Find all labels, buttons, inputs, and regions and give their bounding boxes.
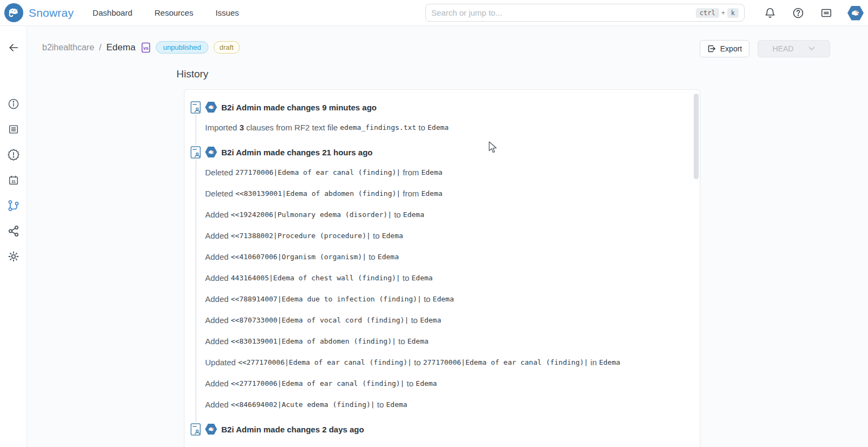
code-segment: Edema	[433, 295, 454, 303]
text-segment: to	[371, 231, 382, 240]
text-segment: to	[422, 294, 433, 304]
code-segment: Edema	[599, 358, 620, 366]
status-badge-draft: draft	[214, 41, 240, 54]
text-segment: Deleted	[205, 168, 235, 177]
changeset-document-icon	[190, 145, 201, 160]
code-segment: Edema	[428, 123, 449, 132]
kbd-k: k	[727, 8, 739, 18]
code-segment: Edema	[416, 379, 437, 387]
calendar-icon[interactable]: 31	[0, 167, 27, 193]
snowray-logo-icon	[4, 3, 23, 22]
entry-details: Deleted 277170006|Edema of ear canal (fi…	[190, 162, 700, 415]
text-segment: to	[375, 400, 386, 409]
code-segment: <<277170006|Edema of ear canal (finding)…	[231, 379, 405, 387]
kbd-ctrl: ctrl	[696, 8, 719, 18]
main-nav: Dashboard Resources Issues	[93, 8, 239, 17]
breadcrumb-parent[interactable]: b2ihealthcare	[42, 43, 94, 52]
text-segment: to	[409, 315, 420, 325]
page-title: History	[176, 68, 208, 80]
chevron-down-icon	[808, 47, 815, 51]
code-segment: <<788914007|Edema due to infection (find…	[231, 295, 422, 303]
text-segment: 3	[239, 123, 244, 132]
code-segment: Edema	[382, 232, 403, 240]
history-entry-header: B2i Admin made changes 2 days ago	[190, 423, 700, 436]
nav-dashboard[interactable]: Dashboard	[93, 8, 132, 17]
app-logo[interactable]: Snowray	[4, 3, 74, 22]
history-detail-line: Imported 3 clauses from RF2 text file ed…	[205, 117, 700, 138]
share-icon[interactable]	[0, 218, 27, 244]
global-search[interactable]: ctrl + k	[425, 4, 745, 22]
text-segment: Added	[205, 252, 231, 261]
text-segment: Added	[205, 210, 231, 219]
notifications-bell-icon[interactable]	[763, 6, 777, 20]
history-entries: B2i Admin made changes 9 minutes ago Imp…	[185, 90, 700, 436]
author-avatar	[205, 147, 217, 157]
code-segment: Edema	[421, 168, 442, 176]
author-avatar	[205, 102, 217, 113]
history-entry: B2i Admin made changes 9 minutes ago Imp…	[190, 101, 700, 138]
history-entry: B2i Admin made changes 2 days ago	[190, 423, 700, 436]
code-segment: Edema	[378, 253, 399, 261]
history-entry: B2i Admin made changes 21 hours ago Dele…	[190, 146, 700, 415]
issues-badge-icon[interactable]	[0, 142, 27, 167]
history-detail-line: Added <<846694002|Acute edema (finding)|…	[205, 394, 700, 415]
settings-gear-icon[interactable]	[0, 244, 27, 269]
text-segment: to	[392, 210, 403, 219]
help-icon[interactable]	[791, 6, 805, 20]
text-segment: to	[412, 358, 423, 367]
text-segment: Deleted	[205, 189, 235, 198]
nav-resources[interactable]: Resources	[155, 8, 194, 17]
code-segment: Edema	[403, 211, 424, 219]
entry-details: Imported 3 clauses from RF2 text file ed…	[190, 117, 700, 138]
code-segment: Edema	[386, 400, 407, 409]
code-segment: 277170006|Edema of ear canal (finding)|	[235, 168, 400, 176]
history-entry-header: B2i Admin made changes 9 minutes ago	[190, 101, 700, 114]
valueset-type-icon: vs	[141, 42, 150, 53]
author-avatar	[205, 424, 217, 435]
history-detail-line: Added <<71388002|Procedure (procedure)| …	[205, 225, 700, 246]
scrollbar-thumb[interactable]	[694, 94, 699, 179]
history-branch-icon[interactable]	[0, 193, 27, 218]
code-segment: <<830139001|Edema of abdomen (finding)|	[235, 189, 400, 198]
code-segment: <<277170006|Edema of ear canal (finding)…	[238, 358, 412, 366]
kbd-plus: +	[721, 9, 725, 17]
text-segment: to	[366, 252, 378, 261]
code-segment: Edema	[421, 189, 442, 198]
export-button[interactable]: Export	[700, 40, 749, 57]
top-navbar: Snowray Dashboard Resources Issues ctrl …	[0, 0, 868, 26]
text-segment: Added	[205, 273, 231, 282]
svg-text:31: 31	[11, 179, 16, 183]
text-segment: to	[416, 123, 428, 132]
news-icon[interactable]	[819, 6, 833, 20]
text-segment: Added	[205, 294, 231, 304]
nav-issues[interactable]: Issues	[215, 8, 239, 17]
history-detail-line: Added 443164005|Edema of chest wall (fin…	[205, 267, 700, 288]
code-segment: <<410607006|Organism (organism)|	[231, 253, 366, 261]
document-icon[interactable]	[0, 116, 27, 142]
left-sidebar: 31	[0, 26, 27, 447]
text-segment: clauses from RF2 text file	[244, 123, 340, 132]
history-detail-line: Added <<277170006|Edema of ear canal (fi…	[205, 373, 700, 394]
history-detail-line: Deleted 277170006|Edema of ear canal (fi…	[205, 162, 700, 183]
brand-name[interactable]: Snowray	[29, 6, 74, 19]
entry-title: B2i Admin made changes 21 hours ago	[221, 148, 373, 157]
entry-title: B2i Admin made changes 2 days ago	[221, 425, 364, 434]
text-segment: Updated	[205, 358, 238, 367]
code-segment: <<830139001|Edema of abdomen (finding)|	[231, 337, 396, 345]
user-avatar[interactable]	[847, 6, 864, 21]
info-icon[interactable]	[0, 91, 27, 116]
history-detail-line: Added <<410607006|Organism (organism)| t…	[205, 246, 700, 267]
changeset-document-icon	[190, 422, 201, 437]
code-segment: Edema	[411, 274, 432, 282]
back-arrow-icon[interactable]	[0, 35, 27, 60]
text-segment: Imported	[205, 123, 239, 132]
text-segment: to	[400, 273, 412, 282]
code-segment: 277170006|Edema of ear canal (finding)|	[423, 358, 588, 366]
search-input[interactable]	[431, 8, 696, 17]
history-detail-line: Updated <<277170006|Edema of ear canal (…	[205, 352, 700, 373]
code-segment: <<870733000|Edema of vocal cord (finding…	[231, 316, 409, 324]
text-segment: Added	[205, 231, 231, 240]
history-detail-line: Added <<19242006|Pulmonary edema (disord…	[205, 204, 700, 225]
code-segment: edema_findings.txt	[340, 123, 416, 132]
version-selector[interactable]: HEAD	[758, 40, 830, 57]
